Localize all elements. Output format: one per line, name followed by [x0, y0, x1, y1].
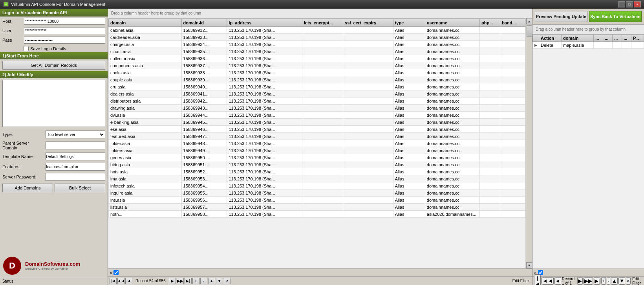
domain-textarea[interactable]	[2, 80, 105, 127]
scroll-up-arrow[interactable]: ▲	[526, 18, 532, 24]
table-row[interactable]: cardreader.asia 158369933... 113.253.170…	[109, 34, 525, 41]
table-row[interactable]: ima.asia 158369953... 113.253.170.198 (S…	[109, 175, 525, 182]
table-row[interactable]: genes.asia 158369950... 113.253.170.198 …	[109, 154, 525, 161]
minimize-button[interactable]: _	[618, 1, 625, 7]
nav-first-button[interactable]: |◄	[110, 278, 117, 284]
col-extra1[interactable]: ...	[594, 35, 603, 42]
col-header-php[interactable]: php...	[479, 19, 500, 27]
table-row[interactable]: circuit.asia 158369935... 113.253.170.19…	[109, 48, 525, 55]
center-scrollbar[interactable]: ▲ ▼	[526, 18, 532, 268]
user-input[interactable]	[24, 27, 105, 34]
right-nav-prev[interactable]: ◄	[554, 277, 561, 285]
col-extra2[interactable]: ...	[603, 35, 613, 42]
nav-remove-button[interactable]: -	[200, 278, 207, 284]
right-nav-cancel[interactable]: ×	[626, 277, 631, 285]
table-row[interactable]: featured.asia 158369947... 113.253.170.1…	[109, 133, 525, 140]
right-nav-last[interactable]: ▶|	[594, 277, 600, 285]
col-extra5[interactable]: P...	[631, 35, 644, 42]
band-cell	[500, 90, 525, 97]
right-table-wrapper[interactable]: Action domain ... ... ... ... P... ▶ Del…	[532, 34, 644, 268]
right-nav-add[interactable]: +	[601, 277, 606, 285]
table-row[interactable]: dvi.asia 158369944... 113.253.170.198 (S…	[109, 112, 525, 119]
right-nav-up[interactable]: ▲	[611, 277, 618, 285]
table-row[interactable]: cooks.asia 158369938... 113.253.170.198 …	[109, 69, 525, 76]
table-row[interactable]: inquire.asia 158369955... 113.253.170.19…	[109, 189, 525, 197]
center-table-wrapper[interactable]: domain domain-id ip_address lets_encrypt…	[108, 18, 526, 268]
center-filter-checkbox[interactable]	[113, 270, 119, 275]
bulk-select-button[interactable]: Bulk Select	[55, 184, 105, 192]
save-login-checkbox[interactable]	[24, 46, 29, 51]
table-row[interactable]: cabinet.asia 158369932... 113.253.170.19…	[109, 27, 525, 34]
table-row[interactable]: e-banking.asia 158369945... 113.253.170.…	[109, 119, 525, 126]
table-row[interactable]: collector.asia 158369936... 113.253.170.…	[109, 55, 525, 62]
get-all-records-button[interactable]: Get All Domain Records	[2, 61, 105, 70]
features-input[interactable]	[46, 163, 105, 171]
table-row[interactable]: distributors.asia 158369942... 113.253.1…	[109, 97, 525, 105]
table-row[interactable]: folder.asia 158369948... 113.253.170.198…	[109, 140, 525, 147]
col-extra3[interactable]: ...	[613, 35, 622, 42]
expand-arrow[interactable]: ▶	[533, 42, 539, 49]
right-nav-next-page[interactable]: ▶▶	[584, 277, 593, 285]
table-row[interactable]: ese.asia 158369946... 113.253.170.198 (S…	[109, 126, 525, 133]
table-row[interactable]: hiring.asia 158369951... 113.253.170.198…	[109, 161, 525, 168]
right-nav-next[interactable]: ▶	[577, 277, 583, 285]
table-row[interactable]: couple.asia 158369939... 113.253.170.198…	[109, 76, 525, 83]
maximize-button[interactable]: □	[626, 1, 633, 7]
template-input[interactable]	[46, 153, 105, 160]
table-row[interactable]: infotech.asia 158369954... 113.253.170.1…	[109, 182, 525, 189]
nav-cancel-button[interactable]: ×	[224, 278, 231, 284]
server-pass-input[interactable]	[46, 173, 105, 181]
close-button[interactable]: ×	[634, 1, 641, 7]
table-row[interactable]: cru.asia 158369940... 113.253.170.198 (S…	[109, 83, 525, 90]
table-row[interactable]: dealers.asia 158369941... 113.253.170.19…	[109, 90, 525, 97]
nav-prev-page-button[interactable]: ◄◄	[117, 278, 124, 284]
center-edit-filter[interactable]: Edit Filter	[512, 279, 529, 283]
nav-add-button[interactable]: +	[192, 278, 199, 284]
nav-up-button[interactable]: ▲	[208, 278, 215, 284]
right-nav-down[interactable]: ▼	[618, 277, 625, 285]
col-extra4[interactable]: ...	[622, 35, 631, 42]
preview-pending-button[interactable]: Preview Pending Update	[535, 11, 587, 22]
table-row[interactable]: hots.asia 158369952... 113.253.170.198 (…	[109, 168, 525, 175]
scroll-down-arrow[interactable]: ▼	[526, 262, 532, 268]
col-header-lets[interactable]: lets_encrypt...	[302, 19, 343, 27]
col-header-domain-id[interactable]: domain-id	[181, 19, 227, 27]
col-domain-right[interactable]: domain	[562, 35, 594, 42]
table-row[interactable]: charger.asia 158369934... 113.253.170.19…	[109, 41, 525, 48]
scroll-thumb[interactable]	[527, 25, 532, 37]
col-action[interactable]: Action	[539, 35, 562, 42]
table-row[interactable]: components.asia 158369937... 113.253.170…	[109, 62, 525, 69]
col-header-ssl[interactable]: ssl_cert_expiry	[343, 19, 393, 27]
type-select[interactable]: Top-level server Sub-server Alias	[46, 131, 105, 138]
table-row[interactable]: noth... 158369958... 113.253.170.198 (Sh…	[109, 211, 525, 218]
table-row[interactable]: folders.asia 158369949... 113.253.170.19…	[109, 147, 525, 154]
table-row[interactable]: drawing.asia 158369943... 113.253.170.19…	[109, 105, 525, 112]
nav-next-button[interactable]: ▶	[169, 278, 176, 284]
nav-prev-button[interactable]: ◄	[125, 278, 132, 284]
parent-input[interactable]	[46, 142, 105, 149]
host-label: Host	[2, 19, 24, 24]
table-row[interactable]: lists.asia 158369957... 113.253.170.198 …	[109, 204, 525, 211]
pass-input[interactable]	[24, 37, 105, 44]
nav-down-button[interactable]: ▼	[216, 278, 223, 284]
col-header-username[interactable]: username	[425, 19, 479, 27]
ip-cell: 113.253.170.198 (Sha...	[227, 140, 302, 147]
nav-next-page-button[interactable]: ▶▶	[177, 278, 184, 284]
nav-last-button[interactable]: ▶|	[185, 278, 192, 284]
right-nav-prev-page[interactable]: ◄◄	[542, 277, 553, 285]
table-row[interactable]: ins.asia 158369956... 113.253.170.198 (S…	[109, 197, 525, 204]
right-nav-first[interactable]: |◄	[534, 274, 541, 285]
right-nav-remove[interactable]: -	[607, 277, 610, 285]
host-input[interactable]	[24, 18, 105, 25]
center-filter-x[interactable]: ×	[110, 270, 112, 275]
col-header-domain[interactable]: domain	[109, 19, 182, 27]
sync-back-button[interactable]: Sync Back To Virtualmin	[589, 11, 642, 22]
domain-cell: dealers.asia	[109, 90, 182, 97]
add-domains-button[interactable]: Add Domains	[2, 184, 53, 192]
right-edit-filter[interactable]: Edit Filter	[632, 277, 642, 285]
col-header-band[interactable]: band...	[500, 19, 525, 27]
lets-cell	[302, 147, 343, 154]
col-header-ip[interactable]: ip_address	[227, 19, 302, 27]
type-cell: Alias	[393, 97, 425, 105]
col-header-type[interactable]: type	[393, 19, 425, 27]
